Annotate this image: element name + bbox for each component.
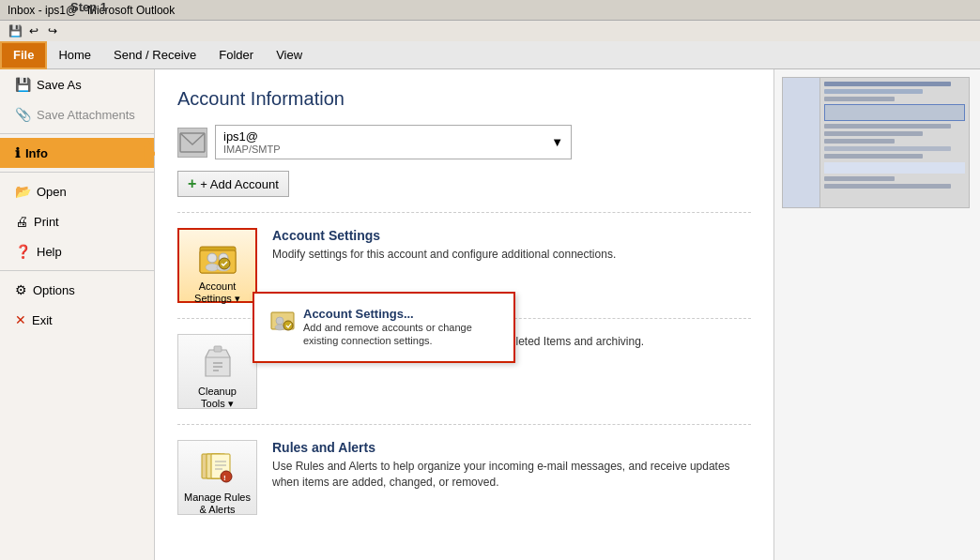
title-bar: Inbox - ips1@ - Microsoft Outlook [0,0,980,21]
sidebar-item-help-label: Help [37,245,62,259]
account-settings-description: Account Settings Modify settings for thi… [257,228,751,263]
add-account-button[interactable]: + + Add Account [177,171,289,197]
sidebar-item-print-label: Print [34,215,59,229]
sidebar-item-print[interactable]: 🖨 Print [0,206,154,236]
main-layout: 💾 Save As Step 2 📎 Save Attachments ℹ In… [0,69,980,560]
tab-folder[interactable]: Folder [207,41,265,69]
save-as-icon: 💾 [15,77,31,92]
account-type: IMAP/SMTP [223,144,281,155]
content-area: Account Information ips1@ IMAP/SMTP ▼ + … [155,69,773,560]
svg-point-9 [276,317,283,325]
tab-send-receive[interactable]: Send / Receive [102,41,207,69]
manage-rules-button[interactable]: ! Manage Rules& Alerts [177,440,257,515]
info-icon: ℹ [15,145,20,160]
file-button[interactable]: File [0,41,47,69]
dropdown-chevron-icon: ▼ [551,135,563,149]
account-settings-title: Account Settings [272,228,736,243]
sidebar-item-exit-label: Exit [32,313,53,327]
cleanup-tools-icon [198,342,237,382]
page-title: Account Information [177,88,751,110]
dropdown-item-icon [269,307,296,333]
exit-icon: ✕ [15,312,26,327]
sidebar-item-open[interactable]: 📂 Open Step 3 [0,176,154,206]
sidebar-item-save-as[interactable]: 💾 Save As Step 2 [0,69,154,99]
sidebar-divider-1 [0,133,154,134]
sidebar-item-info-label: Info [25,146,48,160]
manage-rules-icon: ! [198,448,237,488]
account-mail-icon [177,128,207,158]
rules-alerts-description: Rules and Alerts Use Rules and Alerts to… [257,440,751,491]
thumb-content [824,82,965,191]
preview-thumbnail [782,77,970,208]
account-settings-dropdown-item[interactable]: Account Settings... Add and remove accou… [262,301,506,354]
account-email: ips1@ [223,129,281,144]
rules-alerts-desc: Use Rules and Alerts to help organize yo… [272,459,736,491]
account-settings-desc: Modify settings for this account and con… [272,247,736,263]
sidebar-item-help[interactable]: ❓ Help [0,236,154,266]
ribbon-tabs: File Home Send / Receive Folder View [0,41,980,69]
quick-access-toolbar: Step 1 💾 ↩ ↪ [0,21,980,41]
rules-alerts-section: ! Manage Rules& Alerts Rules and Alerts … [177,440,751,515]
sidebar-item-open-label: Open [37,185,67,199]
sidebar-item-options[interactable]: ⚙ Options [0,275,154,305]
dropdown-item-desc: Add and remove accounts or change existi… [303,321,498,348]
sidebar-item-info[interactable]: ℹ Info ▶ [0,138,154,168]
sidebar-item-exit[interactable]: ✕ Exit [0,305,154,335]
cleanup-tools-btn-label: CleanupTools ▾ [198,386,237,410]
add-account-label: + Add Account [200,177,278,191]
account-selector: ips1@ IMAP/SMTP ▼ [177,125,751,159]
svg-point-10 [275,325,284,330]
tab-view[interactable]: View [265,41,314,69]
sidebar-item-save-attachments[interactable]: 📎 Save Attachments [0,99,154,129]
thumb-sidebar [783,78,820,207]
preview-panel [773,69,980,560]
cleanup-tools-button[interactable]: CleanupTools ▾ [177,334,257,409]
sidebar: 💾 Save As Step 2 📎 Save Attachments ℹ In… [0,69,155,560]
svg-rect-13 [214,346,222,352]
tab-home[interactable]: Home [47,41,102,69]
section-divider-3 [177,424,751,425]
sidebar-item-save-as-label: Save As [37,78,82,92]
sidebar-item-options-label: Options [33,283,75,297]
sidebar-divider-3 [0,270,154,271]
open-icon: 📂 [15,184,31,199]
help-icon: ❓ [15,244,31,259]
svg-text:!: ! [223,474,226,482]
dropdown-item-title: Account Settings... [303,307,498,321]
add-account-plus-icon: + [188,175,196,192]
account-settings-icon [198,237,237,277]
save-attach-icon: 📎 [15,107,31,122]
svg-point-11 [283,321,293,330]
redo-icon[interactable]: ↪ [45,23,60,38]
account-settings-btn-label: AccountSettings ▾ [194,280,240,305]
svg-point-3 [207,253,217,263]
account-settings-button[interactable]: AccountSettings ▾ [177,228,257,303]
rules-alerts-title: Rules and Alerts [272,440,736,455]
sidebar-item-save-attachments-label: Save Attachments [37,108,135,122]
account-settings-dropdown: Account Settings... Add and remove accou… [253,292,515,363]
undo-icon[interactable]: ↩ [26,23,41,38]
svg-point-23 [221,471,232,482]
section-divider-1 [177,212,751,213]
manage-rules-btn-label: Manage Rules& Alerts [184,492,251,516]
options-icon: ⚙ [15,282,27,297]
step1-label: Step 1 [70,0,107,14]
account-dropdown[interactable]: ips1@ IMAP/SMTP ▼ [215,125,572,159]
account-settings-section: AccountSettings ▾ Account Settings Modif… [177,228,751,303]
print-icon: 🖨 [15,214,28,229]
sidebar-divider-2 [0,172,154,173]
save-icon[interactable]: 💾 [8,23,23,38]
